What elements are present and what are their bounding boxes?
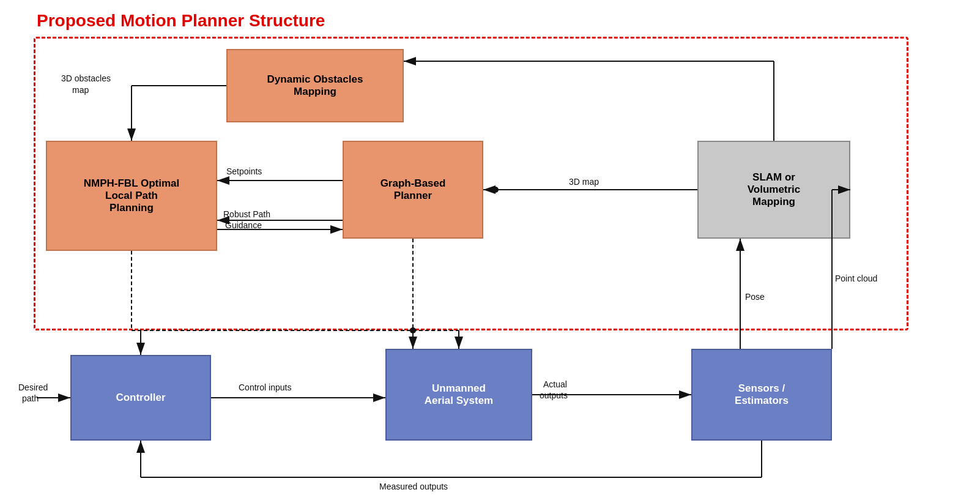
box-dynamic-obstacles-mapping: Dynamic ObstaclesMapping (226, 49, 404, 122)
box-controller-label: Controller (116, 392, 165, 404)
box-graph-based-planner: Graph-BasedPlanner (343, 141, 483, 239)
box-uas-label: UnmannedAerial System (425, 382, 493, 407)
box-sensors: Sensors /Estimators (691, 349, 832, 441)
svg-text:outputs: outputs (540, 390, 568, 400)
svg-text:path: path (22, 393, 39, 403)
diagram-container: Proposed Motion Planner Structure Dynami… (0, 0, 980, 503)
svg-text:Actual: Actual (543, 379, 567, 389)
diagram-title: Proposed Motion Planner Structure (37, 11, 325, 31)
svg-text:Measured outputs: Measured outputs (379, 482, 448, 491)
box-controller: Controller (70, 355, 211, 441)
box-gbp-label: Graph-BasedPlanner (380, 177, 446, 202)
svg-text:Desired: Desired (18, 382, 48, 392)
box-nmph-label: NMPH-FBL OptimalLocal PathPlanning (84, 177, 179, 214)
svg-text:Control inputs: Control inputs (239, 382, 291, 392)
box-slam: SLAM orVolumetricMapping (697, 141, 850, 239)
box-uas: UnmannedAerial System (385, 349, 532, 441)
box-sensors-label: Sensors /Estimators (735, 382, 789, 407)
box-dom-label: Dynamic ObstaclesMapping (267, 73, 363, 98)
box-nmph-fbl: NMPH-FBL OptimalLocal PathPlanning (46, 141, 217, 251)
box-slam-label: SLAM orVolumetricMapping (748, 171, 801, 208)
